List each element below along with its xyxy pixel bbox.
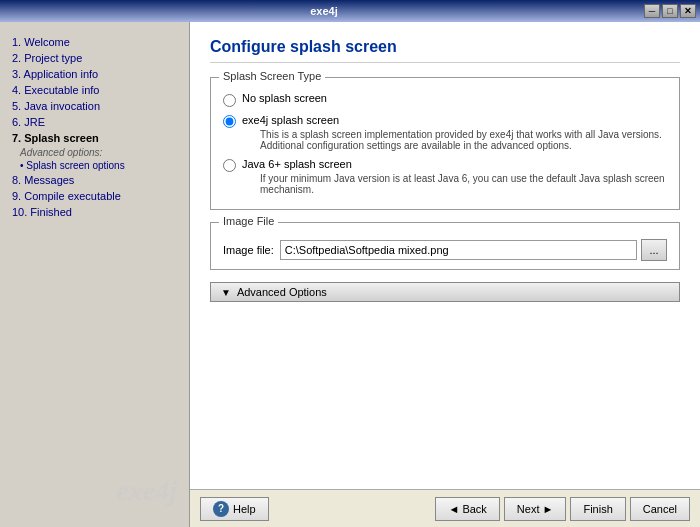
bottom-bar: ? Help ◄ Back Next ► Finish Cancel [190, 489, 700, 527]
sidebar-item-java-invocation[interactable]: 5. Java invocation [0, 98, 189, 114]
advanced-options-label: Advanced options: [20, 146, 189, 159]
radio-java6-splash: Java 6+ splash screen If your minimum Ja… [223, 157, 667, 195]
radio-exe4j-splash-input[interactable] [223, 115, 236, 128]
sidebar-item-executable-info[interactable]: 4. Executable info [0, 82, 189, 98]
bottom-right: ◄ Back Next ► Finish Cancel [435, 497, 690, 521]
sidebar-item-welcome[interactable]: 1. Welcome [0, 34, 189, 50]
radio-no-splash: No splash screen [223, 92, 667, 107]
radio-no-splash-input[interactable] [223, 94, 236, 107]
cancel-button[interactable]: Cancel [630, 497, 690, 521]
splash-type-group-title: Splash Screen Type [219, 70, 325, 82]
image-file-row: Image file: ... [223, 239, 667, 261]
radio-exe4j-splash-label: exe4j splash screen [242, 114, 339, 126]
sidebar-logo: exe4j [0, 463, 189, 519]
bottom-left: ? Help [200, 497, 269, 521]
back-button[interactable]: ◄ Back [435, 497, 499, 521]
minimize-button[interactable]: ─ [644, 4, 660, 18]
window-title: exe4j [4, 5, 644, 17]
help-label: Help [233, 503, 256, 515]
main-container: 1. Welcome 2. Project type 3. Applicatio… [0, 22, 700, 527]
right-panel: Configure splash screen Splash Screen Ty… [190, 22, 700, 527]
radio-exe4j-splash: exe4j splash screen This is a splash scr… [223, 113, 667, 151]
advanced-btn-label: Advanced Options [237, 286, 327, 298]
splash-type-group: Splash Screen Type No splash screen exe4… [210, 77, 680, 210]
sidebar-item-finished[interactable]: 10. Finished [0, 204, 189, 220]
radio-no-splash-label: No splash screen [242, 92, 327, 104]
page-title: Configure splash screen [210, 38, 680, 63]
sidebar-item-project-type[interactable]: 2. Project type [0, 50, 189, 66]
advanced-options-button[interactable]: ▼ Advanced Options [210, 282, 680, 302]
exe4j-splash-content: exe4j splash screen This is a splash scr… [242, 113, 667, 151]
sidebar-item-splash-screen[interactable]: 7. Splash screen [0, 130, 189, 146]
advanced-btn-arrow-icon: ▼ [221, 287, 231, 298]
image-file-group: Image File Image file: ... [210, 222, 680, 270]
image-file-label: Image file: [223, 244, 274, 256]
sidebar: 1. Welcome 2. Project type 3. Applicatio… [0, 22, 190, 527]
sidebar-item-splash-screen-options[interactable]: • Splash screen options [20, 159, 189, 172]
exe4j-splash-desc: This is a splash screen implementation p… [260, 129, 667, 151]
finish-button[interactable]: Finish [570, 497, 625, 521]
title-bar: exe4j ─ □ ✕ [0, 0, 700, 22]
help-icon: ? [213, 501, 229, 517]
maximize-button[interactable]: □ [662, 4, 678, 18]
next-button[interactable]: Next ► [504, 497, 567, 521]
sidebar-item-application-info[interactable]: 3. Application info [0, 66, 189, 82]
java6-splash-content: Java 6+ splash screen If your minimum Ja… [242, 157, 667, 195]
image-file-group-title: Image File [219, 215, 278, 227]
java6-splash-desc: If your minimum Java version is at least… [260, 173, 667, 195]
title-bar-buttons: ─ □ ✕ [644, 4, 696, 18]
sidebar-item-messages[interactable]: 8. Messages [0, 172, 189, 188]
sidebar-item-compile-executable[interactable]: 9. Compile executable [0, 188, 189, 204]
sidebar-sub-section: Advanced options: • Splash screen option… [0, 146, 189, 172]
image-file-input[interactable] [280, 240, 637, 260]
browse-button[interactable]: ... [641, 239, 667, 261]
sidebar-nav: 1. Welcome 2. Project type 3. Applicatio… [0, 30, 189, 224]
radio-java6-splash-label: Java 6+ splash screen [242, 158, 352, 170]
close-button[interactable]: ✕ [680, 4, 696, 18]
content-area: Configure splash screen Splash Screen Ty… [190, 22, 700, 489]
radio-java6-splash-input[interactable] [223, 159, 236, 172]
help-button[interactable]: ? Help [200, 497, 269, 521]
sidebar-item-jre[interactable]: 6. JRE [0, 114, 189, 130]
